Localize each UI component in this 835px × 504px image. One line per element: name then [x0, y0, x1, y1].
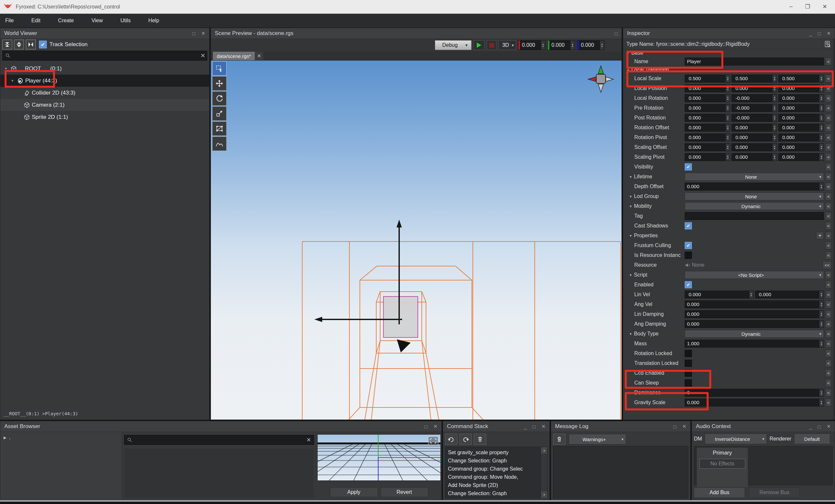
spinner-icon[interactable]: ▲▼: [725, 134, 730, 141]
revert-button[interactable]: <: [825, 379, 832, 387]
value-field[interactable]: 0.000▲▼: [685, 399, 824, 406]
asset-file-list[interactable]: [124, 449, 314, 498]
value-field[interactable]: 0▲▼: [685, 389, 824, 397]
menu-item-utils[interactable]: Utils: [116, 18, 135, 24]
value-field[interactable]: 0.000▲▼: [685, 153, 730, 161]
bottom-splitter[interactable]: [0, 500, 835, 502]
value-field[interactable]: 0.000▲▼: [732, 133, 777, 141]
maximize-icon[interactable]: □: [615, 31, 617, 36]
select-tool-button[interactable]: [212, 61, 227, 76]
tree-item-player-44-3[interactable]: ▼Player (44:3): [0, 75, 209, 87]
spinner-icon[interactable]: ▲▼: [819, 94, 823, 102]
maximize-icon[interactable]: □: [192, 31, 195, 36]
spinner-icon[interactable]: ▲▼: [819, 134, 823, 141]
renderer-dropdown[interactable]: Default: [794, 434, 830, 444]
revert-button[interactable]: <: [825, 202, 832, 210]
close-icon[interactable]: ✕: [827, 423, 831, 429]
spinner-icon[interactable]: ▲▼: [772, 94, 777, 102]
inspector-scrollbar[interactable]: [833, 39, 835, 420]
spinner-icon[interactable]: ▲▼: [772, 134, 777, 141]
revert-button[interactable]: <: [825, 133, 832, 141]
spinner-icon[interactable]: ▲▼: [819, 75, 823, 82]
revert-button[interactable]: <: [825, 241, 832, 249]
tree-item-camera-2-1[interactable]: Camera (2:1): [0, 99, 209, 111]
dropdown[interactable]: None▼: [685, 173, 824, 181]
spinner-icon[interactable]: ▲▼: [819, 144, 823, 151]
spinner-icon[interactable]: ▲▼: [819, 291, 823, 298]
undo-button[interactable]: [445, 434, 457, 445]
revert-button[interactable]: <: [825, 320, 832, 328]
redo-button[interactable]: [460, 434, 472, 445]
revert-button[interactable]: <: [825, 153, 832, 161]
spinner-icon[interactable]: ▲▼: [772, 144, 777, 151]
log-filter-dropdown[interactable]: Warnings+ ▼: [569, 434, 626, 444]
collapse-to-selection-button[interactable]: [2, 40, 12, 49]
spinner-icon[interactable]: ▲▼: [541, 41, 545, 50]
revert-button[interactable]: <: [825, 114, 832, 122]
expand-preview-icon[interactable]: [428, 437, 438, 445]
menu-item-view[interactable]: View: [87, 18, 107, 24]
audio-bus-primary[interactable]: Primary No Effects: [697, 448, 748, 487]
spinner-icon[interactable]: ▲▼: [819, 311, 823, 318]
command-stack-item[interactable]: Change Selection: Graph: [448, 489, 547, 498]
spinner-icon[interactable]: ▲▼: [772, 114, 777, 121]
revert-button[interactable]: <: [825, 399, 832, 406]
checkbox[interactable]: ✔: [685, 222, 692, 229]
spinner-icon[interactable]: ▲▼: [725, 153, 730, 161]
close-icon[interactable]: ✕: [682, 423, 686, 429]
scroll-up-icon[interactable]: ▲: [541, 447, 548, 454]
maximize-icon[interactable]: □: [673, 424, 676, 429]
revert-button[interactable]: <: [825, 330, 832, 338]
move-tool-button[interactable]: [212, 76, 227, 91]
checkbox[interactable]: ✔: [685, 281, 692, 288]
navmesh-tool-button[interactable]: [212, 121, 227, 136]
revert-button[interactable]: <: [825, 369, 832, 377]
chevron-down-icon[interactable]: ▼: [629, 273, 632, 277]
add-property-button[interactable]: +: [816, 232, 824, 239]
close-icon[interactable]: ✕: [541, 423, 546, 429]
value-field[interactable]: 0.000▲▼: [685, 183, 824, 190]
camera-x-field[interactable]: 0.000▲▼: [518, 40, 546, 50]
clear-search-icon[interactable]: ✕: [306, 437, 311, 443]
chevron-down-icon[interactable]: ▼: [629, 175, 632, 179]
revert-button[interactable]: <<: [822, 261, 832, 269]
spinner-icon[interactable]: ▲▼: [725, 114, 730, 121]
revert-button[interactable]: <: [825, 389, 832, 397]
value-field[interactable]: 0.000▲▼: [778, 133, 824, 141]
clear-stack-button[interactable]: [474, 434, 486, 445]
revert-button[interactable]: <: [825, 124, 832, 131]
value-field[interactable]: 0.000▲▼: [732, 143, 777, 151]
sprite-node[interactable]: [384, 296, 418, 337]
text-input[interactable]: [685, 212, 824, 220]
revert-button[interactable]: <: [825, 350, 832, 357]
value-field[interactable]: 0.000▲▼: [685, 143, 730, 151]
value-field[interactable]: 0.000▲▼: [778, 143, 824, 151]
log-message-list[interactable]: [553, 446, 688, 499]
spinner-icon[interactable]: ▲▼: [725, 104, 730, 111]
spinner-icon[interactable]: ▲▼: [819, 301, 823, 308]
spinner-icon[interactable]: ▲▼: [819, 85, 823, 92]
menu-item-help[interactable]: Help: [144, 18, 164, 24]
stop-button[interactable]: [487, 40, 496, 50]
orientation-gizmo[interactable]: [587, 65, 615, 93]
revert-button[interactable]: <: [825, 222, 832, 230]
distance-model-dropdown[interactable]: InverseDistance ▼: [705, 434, 767, 444]
spinner-icon[interactable]: ▲▼: [819, 389, 823, 396]
revert-button[interactable]: <: [825, 84, 832, 92]
maximize-icon[interactable]: □: [424, 424, 427, 429]
collapse-all-button[interactable]: [26, 40, 36, 49]
remove-bus-button[interactable]: Remove Bus: [749, 487, 800, 498]
camera-z-field[interactable]: 0.000▲▼: [577, 40, 605, 50]
checkbox[interactable]: [685, 350, 692, 357]
spinner-icon[interactable]: ▲▼: [772, 153, 777, 161]
tree-item-sprite-2d-1-1[interactable]: Sprite 2D (1:1): [0, 111, 209, 123]
section-base[interactable]: ▼Base: [623, 49, 833, 57]
value-field[interactable]: 0.000▲▼: [685, 104, 730, 112]
spinner-icon[interactable]: ▲▼: [772, 104, 777, 111]
clear-log-button[interactable]: [553, 434, 566, 445]
rotate-tool-button[interactable]: [212, 91, 227, 106]
menu-item-edit[interactable]: Edit: [27, 18, 45, 24]
scrollbar[interactable]: ▲ ▼: [541, 447, 547, 498]
revert-button[interactable]: <: [825, 310, 832, 318]
clear-search-icon[interactable]: ✕: [200, 52, 205, 59]
